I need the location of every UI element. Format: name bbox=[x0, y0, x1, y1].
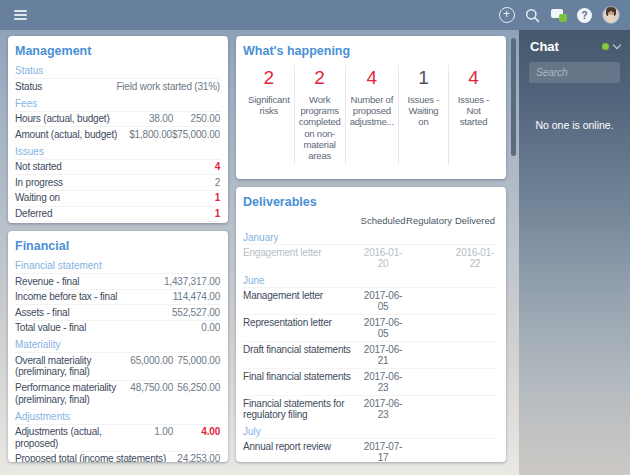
messages-button[interactable] bbox=[550, 7, 567, 24]
stat-value: 1 bbox=[403, 67, 444, 89]
row-value: 1 bbox=[215, 208, 220, 220]
table-row: Revenue - final 1,437,317.00 bbox=[15, 273, 220, 289]
stat-label: Issues - Not started bbox=[453, 94, 494, 128]
management-table: Status Status Field work started (31%) F… bbox=[8, 61, 228, 223]
deliverable-row: Representation letter 2017-06-05 bbox=[243, 314, 498, 341]
deliverable-name: Annual report review bbox=[243, 441, 360, 453]
section-header-adjustments: Adjustments bbox=[15, 407, 220, 424]
row-value: 75,000.00 bbox=[173, 355, 220, 367]
card-title: Deliverables bbox=[236, 187, 506, 212]
row-value: 1 bbox=[215, 192, 220, 204]
chat-search-wrap bbox=[529, 62, 620, 83]
stat-work-programs: 2 Work programs completed on non-materia… bbox=[294, 65, 345, 165]
row-label: Adjustments (actual, proposed) bbox=[15, 426, 126, 449]
row-label: Deferred bbox=[15, 208, 215, 220]
row-value: 56,250.00 bbox=[173, 382, 220, 394]
chat-search-input[interactable] bbox=[529, 62, 620, 83]
chat-bubbles-icon bbox=[551, 8, 567, 22]
row-label: Income before tax - final bbox=[15, 291, 173, 303]
chat-empty-message: No one is online. bbox=[519, 119, 630, 131]
row-value: 24,253.00 bbox=[177, 453, 220, 462]
stat-label: Work programs completed on non-material … bbox=[299, 94, 341, 161]
section-header-materiality: Materiality bbox=[15, 335, 220, 352]
row-value: 0.00 bbox=[201, 322, 220, 334]
search-button[interactable] bbox=[524, 7, 541, 24]
table-row: Completed 3 bbox=[15, 221, 220, 223]
section-header-fees: Fees bbox=[15, 94, 220, 111]
row-label: Revenue - final bbox=[15, 276, 164, 288]
chat-sidebar: Chat No one is online. bbox=[519, 30, 630, 475]
row-value: 1.00 bbox=[126, 426, 173, 438]
stat-value: 2 bbox=[299, 67, 341, 89]
row-value: 2 bbox=[215, 177, 220, 189]
whats-happening-card: What's happening 2 Significant risks 2 W… bbox=[236, 36, 506, 179]
user-avatar[interactable] bbox=[602, 6, 620, 24]
stat-value: 4 bbox=[350, 67, 394, 89]
row-label: Performance materiality (preliminary, fi… bbox=[15, 382, 126, 405]
scheduled-date: 2016-01-20 bbox=[360, 247, 406, 270]
table-row: Amount (actual, budget) $1,800.00 $75,00… bbox=[15, 126, 220, 142]
deliverable-name: Representation letter bbox=[243, 317, 360, 329]
deliverable-name: Engagement letter bbox=[243, 247, 360, 259]
row-value: 552,527.00 bbox=[172, 307, 220, 319]
row-value: 48,750.00 bbox=[126, 382, 173, 394]
column-header-scheduled: Scheduled bbox=[360, 215, 406, 226]
row-label: Status bbox=[15, 81, 116, 93]
table-row: Income before tax - final 114,474.00 bbox=[15, 289, 220, 305]
financial-table: Financial statement Revenue - final 1,43… bbox=[8, 256, 228, 462]
add-button[interactable]: + bbox=[498, 7, 515, 24]
table-row: Assets - final 552,527.00 bbox=[15, 304, 220, 320]
vertical-scrollbar-thumb[interactable] bbox=[511, 38, 516, 156]
financial-card: Financial Financial statement Revenue - … bbox=[8, 231, 228, 462]
month-header-january: January bbox=[243, 228, 498, 244]
deliverable-name: Financial statements for regulatory fili… bbox=[243, 398, 360, 421]
scheduled-date: 2017-06-05 bbox=[360, 317, 406, 340]
scheduled-date: 2017-06-23 bbox=[360, 371, 406, 394]
card-title: What's happening bbox=[236, 36, 506, 61]
topbar-actions: + ? bbox=[498, 6, 630, 24]
table-row: Waiting on 1 bbox=[15, 190, 220, 206]
row-label: Amount (actual, budget) bbox=[15, 129, 125, 141]
row-value: 1,437,317.00 bbox=[164, 276, 220, 288]
search-icon bbox=[525, 8, 540, 23]
deliverable-row: Draft financial statements 2017-06-21 bbox=[243, 341, 498, 368]
chat-header[interactable]: Chat bbox=[519, 30, 630, 61]
table-row: Proposed total (income statements) 24,25… bbox=[15, 451, 220, 462]
stat-label: Significant risks bbox=[248, 94, 290, 116]
help-button[interactable]: ? bbox=[576, 7, 593, 24]
month-header-july: July bbox=[243, 422, 498, 438]
stat-value: 4 bbox=[453, 67, 494, 89]
row-label: Total value - final bbox=[15, 322, 201, 334]
deliverables-card: Deliverables Scheduled Regulatory Delive… bbox=[236, 187, 506, 462]
deliverables-table: Scheduled Regulatory Delivered January E… bbox=[236, 212, 506, 462]
deliverable-row: Final financial statements 2017-06-23 bbox=[243, 368, 498, 395]
management-card: Management Status Status Field work star… bbox=[8, 36, 228, 223]
chat-title: Chat bbox=[530, 39, 559, 54]
row-label: Waiting on bbox=[15, 192, 215, 204]
section-header-issues: Issues bbox=[15, 142, 220, 159]
card-title: Financial bbox=[8, 231, 228, 256]
card-title: Management bbox=[8, 36, 228, 61]
stat-issues-waiting: 1 Issues - Waiting on bbox=[398, 65, 448, 165]
section-header-financial-statement: Financial statement bbox=[15, 256, 220, 273]
row-label: Overall materiality (preliminary, final) bbox=[15, 355, 126, 378]
section-header-status: Status bbox=[15, 61, 220, 78]
deliverable-row: Financial statements for regulatory fili… bbox=[243, 395, 498, 422]
stat-label: Issues - Waiting on bbox=[403, 94, 444, 128]
deliverable-row: Annual report review 2017-07-17 bbox=[243, 438, 498, 462]
row-value: 114,474.00 bbox=[173, 291, 220, 303]
row-value: 65,000.00 bbox=[126, 355, 173, 367]
table-row: Not started 4 bbox=[15, 159, 220, 175]
deliverable-name: Management letter bbox=[243, 290, 360, 302]
hamburger-menu-icon[interactable] bbox=[14, 8, 27, 22]
table-row: Adjustments (actual, proposed) 1.00 4.00 bbox=[15, 424, 220, 451]
column-header-regulatory: Regulatory bbox=[406, 215, 452, 226]
row-value: 250.00 bbox=[173, 113, 220, 125]
deliverable-row: Engagement letter 2016-01-20 2016-01-22 bbox=[243, 244, 498, 271]
row-label: Proposed total (income statements) bbox=[15, 453, 177, 462]
table-row: Total value - final 0.00 bbox=[15, 320, 220, 336]
row-label: Assets - final bbox=[15, 307, 172, 319]
table-row: Hours (actual, budget) 38.00 250.00 bbox=[15, 111, 220, 127]
chevron-down-icon[interactable] bbox=[613, 41, 621, 49]
row-label: In progress bbox=[15, 177, 215, 189]
